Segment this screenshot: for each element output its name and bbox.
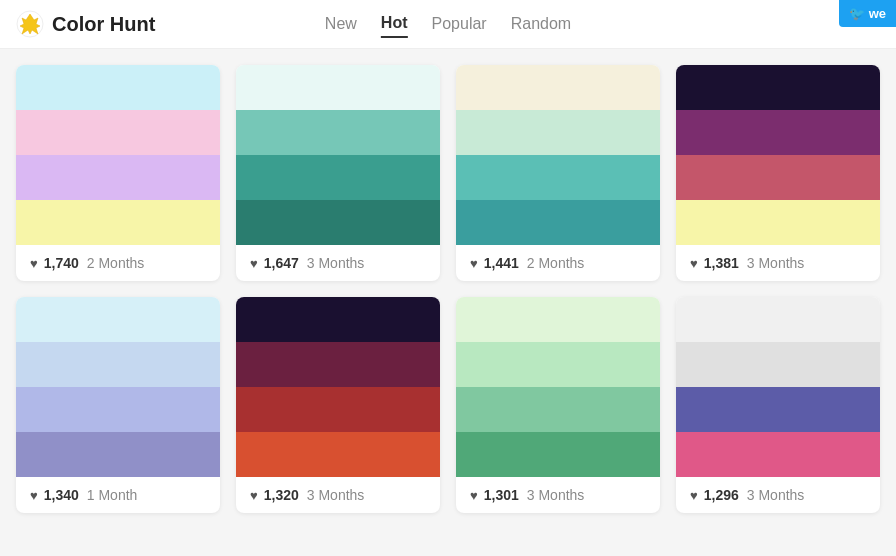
swatch <box>236 297 440 342</box>
swatch <box>456 110 660 155</box>
time-label: 3 Months <box>307 255 365 271</box>
logo-icon <box>16 10 44 38</box>
heart-icon: ♥ <box>30 488 38 503</box>
palette-grid: ♥ 1,740 2 Months ♥ 1,647 3 Months ♥ 1,44… <box>0 49 896 529</box>
heart-icon: ♥ <box>250 256 258 271</box>
time-label: 3 Months <box>527 487 585 503</box>
swatch <box>16 297 220 342</box>
swatch <box>16 200 220 245</box>
likes-count: 1,441 <box>484 255 519 271</box>
swatch <box>236 432 440 477</box>
heart-icon: ♥ <box>690 256 698 271</box>
nav-new[interactable]: New <box>325 11 357 37</box>
swatch <box>16 155 220 200</box>
palette-swatches <box>676 297 880 477</box>
time-label: 1 Month <box>87 487 138 503</box>
swatch <box>236 65 440 110</box>
swatch <box>676 110 880 155</box>
palette-swatches <box>16 297 220 477</box>
palette-card[interactable]: ♥ 1,320 3 Months <box>236 297 440 513</box>
nav-popular[interactable]: Popular <box>432 11 487 37</box>
palette-swatches <box>456 65 660 245</box>
card-footer: ♥ 1,301 3 Months <box>456 477 660 513</box>
swatch <box>16 65 220 110</box>
card-footer: ♥ 1,296 3 Months <box>676 477 880 513</box>
time-label: 3 Months <box>747 255 805 271</box>
likes-count: 1,647 <box>264 255 299 271</box>
palette-swatches <box>236 297 440 477</box>
card-footer: ♥ 1,647 3 Months <box>236 245 440 281</box>
swatch <box>456 387 660 432</box>
likes-count: 1,301 <box>484 487 519 503</box>
main-nav: New Hot Popular Random <box>325 10 571 38</box>
palette-swatches <box>456 297 660 477</box>
swatch <box>456 155 660 200</box>
likes-count: 1,320 <box>264 487 299 503</box>
likes-count: 1,296 <box>704 487 739 503</box>
palette-swatches <box>676 65 880 245</box>
palette-card[interactable]: ♥ 1,740 2 Months <box>16 65 220 281</box>
swatch <box>676 200 880 245</box>
heart-icon: ♥ <box>250 488 258 503</box>
logo[interactable]: Color Hunt <box>16 10 155 38</box>
card-footer: ♥ 1,320 3 Months <box>236 477 440 513</box>
logo-text: Color Hunt <box>52 13 155 36</box>
swatch <box>16 387 220 432</box>
time-label: 2 Months <box>87 255 145 271</box>
swatch <box>16 110 220 155</box>
twitter-badge[interactable]: 🐦 we <box>839 0 896 27</box>
swatch <box>676 387 880 432</box>
card-footer: ♥ 1,340 1 Month <box>16 477 220 513</box>
heart-icon: ♥ <box>470 256 478 271</box>
time-label: 3 Months <box>747 487 805 503</box>
likes-count: 1,740 <box>44 255 79 271</box>
palette-card[interactable]: ♥ 1,647 3 Months <box>236 65 440 281</box>
heart-icon: ♥ <box>470 488 478 503</box>
nav-hot[interactable]: Hot <box>381 10 408 38</box>
palette-card[interactable]: ♥ 1,441 2 Months <box>456 65 660 281</box>
palette-card[interactable]: ♥ 1,301 3 Months <box>456 297 660 513</box>
swatch <box>456 65 660 110</box>
swatch <box>676 342 880 387</box>
time-label: 3 Months <box>307 487 365 503</box>
swatch <box>676 432 880 477</box>
heart-icon: ♥ <box>690 488 698 503</box>
swatch <box>236 110 440 155</box>
swatch <box>456 297 660 342</box>
swatch <box>16 342 220 387</box>
nav-random[interactable]: Random <box>511 11 571 37</box>
swatch <box>676 155 880 200</box>
swatch <box>456 200 660 245</box>
swatch <box>236 342 440 387</box>
swatch <box>236 200 440 245</box>
card-footer: ♥ 1,740 2 Months <box>16 245 220 281</box>
likes-count: 1,340 <box>44 487 79 503</box>
swatch <box>456 432 660 477</box>
swatch <box>456 342 660 387</box>
palette-card[interactable]: ♥ 1,296 3 Months <box>676 297 880 513</box>
palette-card[interactable]: ♥ 1,381 3 Months <box>676 65 880 281</box>
header: Color Hunt New Hot Popular Random 🐦 we <box>0 0 896 49</box>
swatch <box>16 432 220 477</box>
palette-card[interactable]: ♥ 1,340 1 Month <box>16 297 220 513</box>
palette-swatches <box>236 65 440 245</box>
swatch <box>676 297 880 342</box>
card-footer: ♥ 1,381 3 Months <box>676 245 880 281</box>
palette-swatches <box>16 65 220 245</box>
card-footer: ♥ 1,441 2 Months <box>456 245 660 281</box>
heart-icon: ♥ <box>30 256 38 271</box>
swatch <box>236 155 440 200</box>
swatch <box>236 387 440 432</box>
swatch <box>676 65 880 110</box>
time-label: 2 Months <box>527 255 585 271</box>
likes-count: 1,381 <box>704 255 739 271</box>
